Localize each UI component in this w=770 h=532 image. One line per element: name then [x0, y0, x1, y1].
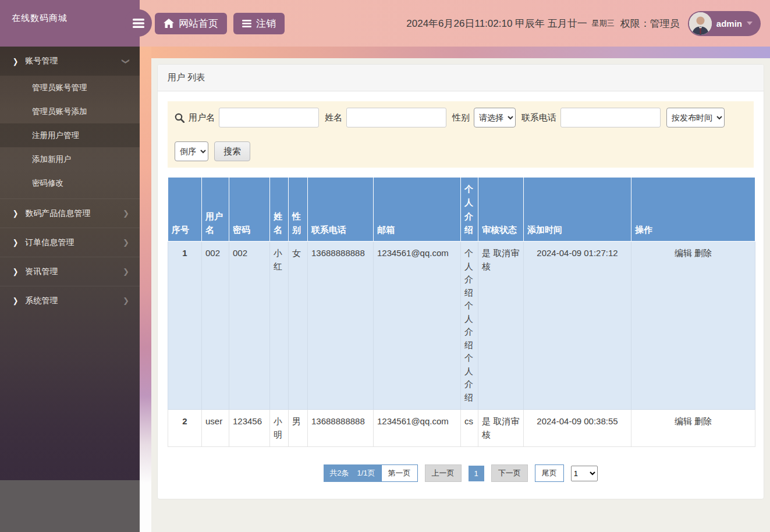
col-header-intro: 个人介绍: [461, 178, 478, 242]
search-bar: 用户名 姓名 性别 请选择 联系电话 按发布时间 倒序: [168, 101, 754, 168]
sidebar-item-account-management[interactable]: ❯ 账号管理 ❯: [0, 47, 140, 76]
phone-filter-label: 联系电话: [521, 112, 556, 123]
top-header: 网站首页 注销 2024年6月26日11:02:10 甲辰年 五月廿一 星期三 …: [140, 0, 770, 47]
username-filter-input[interactable]: [219, 108, 319, 127]
background-gradient-strip: [140, 47, 151, 532]
edit-link[interactable]: 编辑: [675, 248, 692, 258]
sidebar-item-product-info-management[interactable]: ❯ 数码产品信息管理 ❯: [0, 198, 140, 228]
col-header-phone: 联系电话: [308, 178, 374, 242]
background-gradient-band: [151, 47, 770, 58]
total-count: 共2条: [329, 468, 349, 478]
chevron-down-icon: ❯: [123, 57, 129, 66]
current-page-button[interactable]: 1: [469, 466, 484, 481]
cell-name: 小红: [270, 242, 289, 410]
menu-label: 数码产品信息管理: [25, 208, 90, 219]
cell-added-time: 2024-04-09 00:38:55: [524, 410, 631, 447]
cell-password: 002: [229, 242, 270, 410]
logout-button-label: 注销: [256, 17, 276, 30]
header-right: 2024年6月26日11:02:10 甲辰年 五月廿一 星期三 权限：管理员 a…: [406, 11, 770, 36]
submenu-label: 注册用户管理: [32, 130, 79, 141]
weekday-text: 星期三: [592, 18, 615, 29]
sidebar-item-news-management[interactable]: ❯ 资讯管理 ❯: [0, 257, 140, 286]
chevron-right-icon: ❯: [123, 238, 129, 247]
sort-field-select[interactable]: 按发布时间: [666, 108, 725, 127]
col-header-actions: 操作: [631, 178, 755, 242]
cell-actions: 编辑 删除: [631, 410, 755, 447]
avatar: [689, 12, 712, 35]
home-icon: [164, 19, 174, 28]
col-header-username: 用户名: [202, 178, 229, 242]
sidebar-item-registered-user-manage[interactable]: 注册用户管理: [0, 123, 140, 147]
account-submenu: 管理员账号管理 管理员账号添加 注册用户管理 添加新用户 密码修改: [0, 76, 140, 195]
cell-email: 1234561@qq.com: [374, 410, 461, 447]
submenu-label: 添加新用户: [32, 154, 72, 165]
search-button[interactable]: 搜索: [214, 141, 250, 161]
table-header-row: 序号 用户名 密码 姓名 性别 联系电话 邮箱 个人介绍 审核状态 添加时间 操…: [168, 178, 755, 242]
page-indicator: 1/1页: [357, 468, 375, 478]
home-button-label: 网站首页: [179, 17, 218, 30]
panel-title: 用户 列表: [158, 65, 764, 91]
chevron-right-icon: ❯: [123, 209, 129, 218]
name-filter-input[interactable]: [346, 108, 446, 127]
page-number-select[interactable]: 1: [571, 466, 598, 481]
next-page-button[interactable]: 下一页: [491, 464, 528, 482]
home-button[interactable]: 网站首页: [155, 13, 227, 34]
sidebar-item-admin-account-manage[interactable]: 管理员账号管理: [0, 76, 140, 100]
menu-label: 账号管理: [25, 56, 58, 66]
list-icon: [242, 20, 251, 27]
user-list-panel: 用户 列表 用户名 姓名 性别 请选择 联系电话: [157, 64, 764, 499]
edit-link[interactable]: 编辑: [675, 416, 692, 426]
sidebar-item-system-management[interactable]: ❯ 系统管理 ❯: [0, 286, 140, 315]
menu-label: 订单信息管理: [25, 237, 74, 248]
sidebar-toggle-button[interactable]: [125, 9, 152, 37]
chevron-right-icon: ❯: [123, 296, 129, 305]
chevron-right-icon: ❯: [123, 267, 129, 276]
sidebar: 在线数码商城 ❯ 账号管理 ❯ 管理员账号管理 管理员账号添加 注册用户: [0, 0, 140, 532]
sidebar-menu: ❯ 账号管理 ❯ 管理员账号管理 管理员账号添加 注册用户管理 添加新用户 密: [0, 47, 140, 480]
table-row: 2 user 123456 小明 男 13688888888 1234561@q…: [168, 410, 755, 447]
sidebar-item-add-new-user[interactable]: 添加新用户: [0, 147, 140, 171]
name-filter-label: 姓名: [325, 112, 342, 123]
col-header-audit-status: 审核状态: [478, 178, 524, 242]
panel-body: 用户名 姓名 性别 请选择 联系电话 按发布时间 倒序: [158, 91, 764, 499]
user-table: 序号 用户名 密码 姓名 性别 联系电话 邮箱 个人介绍 审核状态 添加时间 操…: [168, 177, 755, 447]
arrow-right-icon: ❯: [13, 209, 18, 218]
username-filter-label: 用户名: [189, 112, 215, 123]
page: 在线数码商城 ❯ 账号管理 ❯ 管理员账号管理 管理员账号添加 注册用户: [0, 0, 770, 532]
sidebar-item-admin-account-add[interactable]: 管理员账号添加: [0, 100, 140, 123]
arrow-right-icon: ❯: [13, 56, 18, 66]
cell-added-time: 2024-04-09 01:27:12: [524, 242, 631, 410]
delete-link[interactable]: 删除: [694, 416, 712, 426]
col-header-email: 邮箱: [374, 178, 461, 242]
sidebar-item-password-change[interactable]: 密码修改: [0, 171, 140, 195]
caret-down-icon: [747, 22, 753, 25]
search-icon: [175, 113, 184, 123]
col-header-added-time: 添加时间: [524, 178, 631, 242]
logout-button[interactable]: 注销: [233, 13, 285, 34]
col-header-name: 姓名: [270, 178, 289, 242]
prev-page-button[interactable]: 上一页: [425, 464, 462, 482]
gender-select[interactable]: 请选择: [474, 108, 516, 127]
cell-gender: 女: [289, 242, 308, 410]
cell-actions: 编辑 删除: [631, 242, 755, 410]
cell-name: 小明: [270, 410, 289, 447]
sidebar-header: 在线数码商城: [0, 0, 140, 47]
user-menu[interactable]: admin: [688, 11, 761, 36]
arrow-right-icon: ❯: [13, 238, 18, 247]
col-header-index: 序号: [168, 178, 202, 242]
cell-index: 1: [168, 242, 202, 410]
sort-order-select[interactable]: 倒序: [175, 141, 208, 161]
main-content: 用户 列表 用户名 姓名 性别 请选择 联系电话: [151, 58, 770, 532]
cell-username: 002: [202, 242, 229, 410]
cell-intro: cs: [461, 410, 478, 447]
delete-link[interactable]: 删除: [694, 248, 712, 258]
hamburger-icon: [133, 19, 144, 28]
sidebar-item-order-info-management[interactable]: ❯ 订单信息管理 ❯: [0, 228, 140, 257]
first-page-button[interactable]: 第一页: [381, 464, 418, 482]
cell-gender: 男: [289, 410, 308, 447]
col-header-password: 密码: [229, 178, 270, 242]
phone-filter-input[interactable]: [560, 108, 661, 127]
datetime-text: 2024年6月26日11:02:10 甲辰年 五月廿一: [406, 17, 587, 30]
pagination: 共2条 1/1页 第一页 上一页 1 下一页 尾页 1: [168, 464, 754, 482]
last-page-button[interactable]: 尾页: [535, 464, 564, 482]
